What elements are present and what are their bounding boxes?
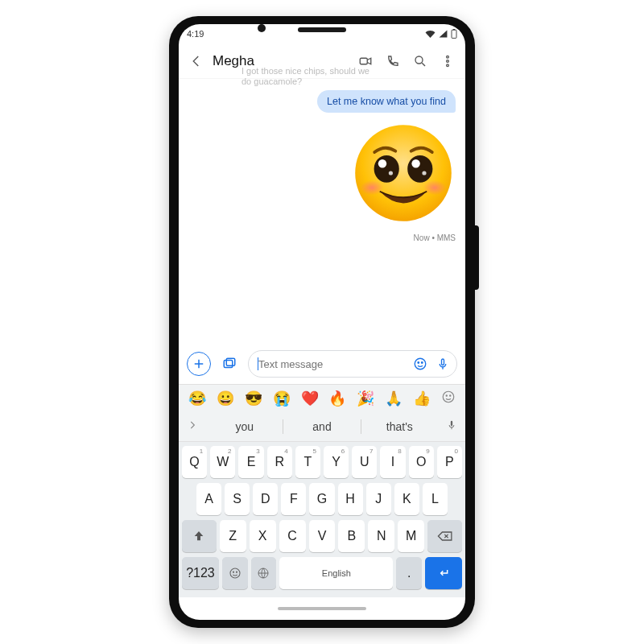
key-backspace[interactable] xyxy=(427,520,462,552)
emoji-suggestion-2[interactable]: 😎 xyxy=(245,390,262,407)
app-header: I got those nice chips, should we do gua… xyxy=(179,43,465,79)
search-button[interactable] xyxy=(407,48,433,74)
conversation[interactable]: Let me know what you find xyxy=(179,79,465,345)
front-camera xyxy=(258,24,266,32)
text-caret xyxy=(258,357,258,370)
key-E[interactable]: E3 xyxy=(238,446,263,478)
svg-rect-16 xyxy=(224,361,233,368)
key-F[interactable]: F xyxy=(281,483,306,515)
svg-point-6 xyxy=(447,64,449,66)
emoji-picker-button[interactable] xyxy=(411,355,429,373)
key-T[interactable]: T5 xyxy=(295,446,320,478)
key-space[interactable]: English xyxy=(279,557,393,589)
key-W[interactable]: W2 xyxy=(210,446,235,478)
suggestion-expand-button[interactable] xyxy=(179,419,206,434)
voice-typing-button[interactable] xyxy=(438,419,465,434)
key-M[interactable]: M xyxy=(398,520,424,552)
gallery-button[interactable] xyxy=(217,352,242,376)
signal-icon xyxy=(439,30,448,38)
key-emoji[interactable] xyxy=(222,557,248,589)
emoji-suggestion-1[interactable]: 😀 xyxy=(217,390,234,407)
svg-rect-2 xyxy=(360,58,367,64)
svg-rect-17 xyxy=(226,358,235,365)
key-enter[interactable] xyxy=(425,557,462,589)
svg-point-24 xyxy=(449,395,450,396)
wifi-icon xyxy=(425,30,436,38)
key-K[interactable]: K xyxy=(394,483,419,515)
key-A[interactable]: A xyxy=(196,483,221,515)
emoji-suggestion-4[interactable]: ❤️ xyxy=(301,390,319,407)
svg-point-4 xyxy=(447,56,449,58)
key-Q[interactable]: Q1 xyxy=(182,446,207,478)
voice-message-button[interactable] xyxy=(434,355,452,373)
key-S[interactable]: S xyxy=(225,483,250,515)
emoji-suggestion-7[interactable]: 🙏 xyxy=(385,390,402,407)
prev-incoming-message: I got those nice chips, should we do gua… xyxy=(242,66,369,87)
key-C[interactable]: C xyxy=(279,520,306,552)
more-button[interactable] xyxy=(435,48,460,74)
compose-input-wrapper[interactable] xyxy=(248,350,457,378)
phone-frame: 4:19 I got those nice chips, should we d… xyxy=(169,16,475,628)
emoji-suggestion-5[interactable]: 🔥 xyxy=(328,390,346,407)
svg-point-27 xyxy=(233,572,233,572)
key-shift[interactable] xyxy=(182,520,217,552)
key-P[interactable]: P0 xyxy=(437,446,462,478)
key-language[interactable] xyxy=(251,557,277,589)
compose-row xyxy=(179,345,465,384)
key-L[interactable]: L xyxy=(423,483,448,515)
svg-rect-21 xyxy=(442,359,444,365)
key-D[interactable]: D xyxy=(253,483,278,515)
emoji-more-button[interactable] xyxy=(441,390,456,407)
phone-speaker xyxy=(298,27,346,32)
svg-rect-1 xyxy=(453,29,455,30)
svg-point-14 xyxy=(361,180,384,195)
add-attachment-button[interactable] xyxy=(187,352,211,376)
key-H[interactable]: H xyxy=(338,483,363,515)
emoji-suggestion-6[interactable]: 🎉 xyxy=(357,390,374,407)
sent-message-bubble[interactable]: Let me know what you find xyxy=(317,90,456,113)
sent-sticker-emoji[interactable] xyxy=(351,121,456,229)
nav-bar xyxy=(179,597,465,620)
emoji-suggestion-0[interactable]: 😂 xyxy=(188,390,206,407)
key-R[interactable]: R4 xyxy=(267,446,292,478)
svg-point-10 xyxy=(378,159,386,167)
emoji-suggestion-3[interactable]: 😭 xyxy=(273,390,291,407)
key-N[interactable]: N xyxy=(368,520,394,552)
suggestion-2[interactable]: and xyxy=(283,420,360,433)
back-button[interactable] xyxy=(184,48,209,74)
key-X[interactable]: X xyxy=(250,520,276,552)
svg-point-7 xyxy=(355,125,452,221)
home-indicator[interactable] xyxy=(278,607,366,610)
emoji-suggestion-8[interactable]: 👍 xyxy=(413,390,431,407)
key-O[interactable]: O9 xyxy=(409,446,434,478)
key-Y[interactable]: Y6 xyxy=(324,446,349,478)
suggestion-3[interactable]: that's xyxy=(361,420,438,433)
suggestion-bar: you and that's xyxy=(179,411,465,442)
svg-point-19 xyxy=(418,362,419,364)
key-V[interactable]: V xyxy=(309,520,336,552)
statusbar-time: 4:19 xyxy=(187,29,204,39)
voice-call-button[interactable] xyxy=(380,48,406,74)
svg-point-28 xyxy=(236,572,237,572)
svg-point-22 xyxy=(443,391,454,402)
screen: 4:19 I got those nice chips, should we d… xyxy=(179,24,465,620)
battery-icon xyxy=(451,29,457,39)
svg-point-18 xyxy=(415,358,426,369)
keyboard: Q1W2E3R4T5Y6U7I8O9P0 ASDFGHJKL ZXCVBNM ?… xyxy=(179,442,465,597)
key-Z[interactable]: Z xyxy=(220,520,246,552)
suggestion-1[interactable]: you xyxy=(206,420,283,433)
svg-point-8 xyxy=(374,155,399,183)
key-J[interactable]: J xyxy=(366,483,391,515)
key-I[interactable]: I8 xyxy=(380,446,405,478)
svg-rect-25 xyxy=(451,420,452,425)
key-U[interactable]: U7 xyxy=(352,446,377,478)
key-B[interactable]: B xyxy=(338,520,365,552)
key-symbols[interactable]: ?123 xyxy=(182,557,219,589)
svg-point-15 xyxy=(423,180,447,195)
key-G[interactable]: G xyxy=(309,483,334,515)
message-input[interactable] xyxy=(258,358,407,370)
svg-point-9 xyxy=(407,155,432,183)
svg-point-12 xyxy=(389,171,393,175)
key-period[interactable]: . xyxy=(396,557,422,589)
svg-point-20 xyxy=(422,362,423,364)
